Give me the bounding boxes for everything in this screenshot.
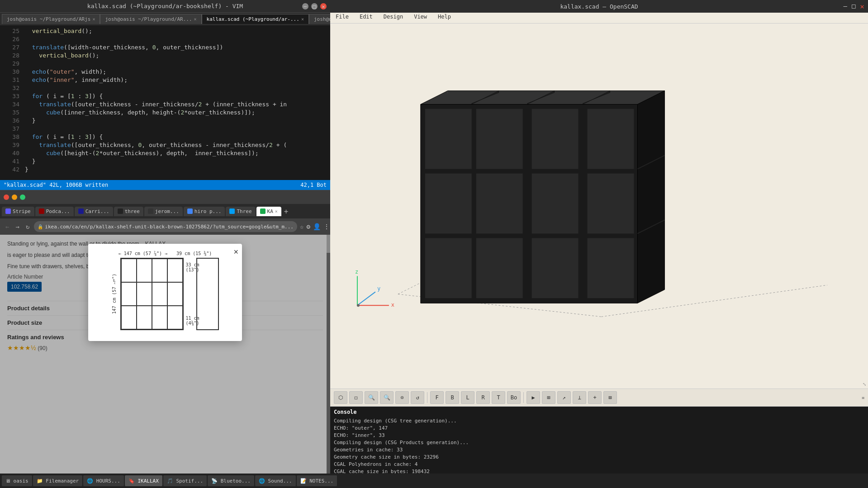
code-line-42: 42 }: [0, 166, 330, 174]
tool-crosshair[interactable]: +: [588, 391, 602, 404]
console-collapse-icon[interactable]: ≡: [862, 395, 864, 400]
tool-perspective[interactable]: ⬡: [334, 391, 347, 404]
menu-help[interactable]: Help: [432, 13, 456, 23]
code-line-33: 33 for ( i = [1 : 3]) {: [0, 92, 330, 100]
vim-tab-2-close[interactable]: ×: [194, 17, 197, 22]
tool-render-preview[interactable]: ▶: [526, 391, 540, 404]
vim-tab-3[interactable]: kallax.scad (~Playground/ar-... ×: [202, 14, 309, 24]
vim-close-icon[interactable]: ×: [320, 3, 327, 9]
taskbar-filemanager[interactable]: 📁 Filemanager: [33, 475, 82, 486]
shelf-cell: [121, 306, 137, 329]
menu-file[interactable]: File: [330, 13, 354, 23]
menu-icon[interactable]: ⋮: [323, 223, 330, 230]
browser-tab-github[interactable]: jerom...: [144, 207, 183, 216]
tool-measure[interactable]: ⊥: [573, 391, 586, 404]
tool-zoom-in[interactable]: 🔍: [365, 391, 378, 404]
menu-design[interactable]: Design: [378, 13, 408, 23]
three-tab-icon: [118, 208, 123, 214]
dim-depth: 33 cm (13"): [186, 262, 211, 272]
code-line-35: 35 cube([inner_thickness, depth, height-…: [0, 109, 330, 117]
shelf-cell: [121, 282, 137, 306]
vim-tab-3-close[interactable]: ×: [301, 17, 304, 22]
shelf-cell: [167, 282, 183, 306]
browser-tab-hiro[interactable]: hiro p...: [184, 207, 225, 216]
taskbar-kallax[interactable]: 🔖 IKALLAX: [125, 475, 162, 486]
tool-view-back[interactable]: B: [446, 391, 459, 404]
vim-tab-1[interactable]: josh@oasis ~/Playground/ARjs ×: [2, 14, 100, 24]
tool-rotate-reset[interactable]: ↺: [411, 391, 424, 404]
vim-maximize-icon[interactable]: □: [311, 3, 318, 9]
browser-minimize-icon[interactable]: [12, 194, 17, 200]
browser-tab-bar: Stripe Podca... Carri... three jerom...: [0, 204, 330, 218]
avatar-icon[interactable]: 👤: [313, 223, 321, 230]
github-icon: [148, 208, 153, 214]
vim-tab-1-close[interactable]: ×: [92, 17, 95, 22]
tool-zoom-fit[interactable]: ⊙: [395, 391, 409, 404]
tool-view-left[interactable]: L: [461, 391, 474, 404]
browser-tab-add[interactable]: +: [282, 207, 290, 216]
svg-marker-25: [637, 91, 664, 303]
vim-title: kallax.scad (~Playground/ar-bookshelf) -…: [87, 3, 243, 9]
code-line-36: 36 }: [0, 117, 330, 125]
svg-rect-14: [588, 109, 634, 169]
browser-tab-carri[interactable]: Carri...: [75, 207, 113, 216]
bookmark-icon[interactable]: ☆: [300, 223, 304, 230]
tool-view-front[interactable]: F: [430, 391, 444, 404]
back-button[interactable]: ←: [4, 222, 11, 231]
taskbar-bluetooth[interactable]: 📡 Bluetoo...: [208, 475, 254, 486]
dim-side: 147 cm (57 ⅞"): [112, 274, 117, 314]
browser-scrollbar-thumb[interactable]: [327, 235, 330, 253]
code-line-41: 41 }: [0, 157, 330, 166]
extensions-icon[interactable]: ⚙: [306, 223, 310, 230]
forward-button[interactable]: →: [14, 222, 21, 231]
openscad-viewport[interactable]: x z y: [330, 24, 868, 389]
taskbar-oasis[interactable]: 🖥 oasis: [2, 475, 32, 486]
address-bar[interactable]: 🔒 ikea.com/ca/en/p/kallax-shelf-unit-bla…: [34, 221, 297, 232]
code-line-30: 30 echo("outer", width);: [0, 68, 330, 76]
browser-content: Standing or lying, against the wall or t…: [0, 235, 330, 488]
browser-tab-ka[interactable]: KA ×: [256, 207, 281, 216]
ka-icon: [260, 208, 266, 214]
browser-close-icon[interactable]: [4, 194, 9, 200]
popup-content: ← 147 cm (57 ⅞") → 39 cm (15 ⅜") 147 cm …: [88, 244, 242, 341]
browser-tab-threejs[interactable]: Three: [226, 207, 255, 216]
tool-view-bottom[interactable]: Bo: [507, 391, 521, 404]
tool-view-top[interactable]: T: [492, 391, 505, 404]
browser-tab-stripe[interactable]: Stripe: [2, 207, 34, 216]
taskbar-sound[interactable]: 🌐 Sound...: [255, 475, 296, 486]
menu-view[interactable]: View: [408, 13, 432, 23]
svg-rect-20: [476, 238, 523, 298]
tool-grid[interactable]: ⊞: [603, 391, 617, 404]
svg-rect-22: [588, 238, 634, 298]
browser-actions: ☆ ⚙ 👤 ⋮: [300, 223, 330, 230]
taskbar-hours[interactable]: 🌐 HOURS...: [83, 475, 124, 486]
browser-tab-podca[interactable]: Podca...: [35, 207, 74, 216]
svg-rect-17: [532, 174, 579, 234]
taskbar-spotify[interactable]: 🎵 Spotif...: [163, 475, 207, 486]
browser-scrollbar[interactable]: [327, 235, 330, 488]
code-line-29: 29: [0, 60, 330, 68]
shelf-cell: [152, 259, 167, 282]
openscad-maximize-icon[interactable]: □: [852, 2, 855, 11]
taskbar-notes[interactable]: 📝 NOTES...: [297, 475, 337, 486]
tool-view-right[interactable]: R: [476, 391, 490, 404]
browser-tab-ka-close[interactable]: ×: [275, 209, 278, 214]
code-line-32: 32: [0, 84, 330, 92]
console-line-5: Geometries in cache: 33: [334, 446, 864, 454]
openscad-minimize-icon[interactable]: —: [843, 2, 847, 11]
tool-export[interactable]: ↗: [557, 391, 571, 404]
svg-rect-19: [425, 238, 472, 298]
refresh-button[interactable]: ↻: [24, 222, 31, 231]
browser-tab-three[interactable]: three: [114, 207, 143, 216]
tool-render-full[interactable]: ⊞: [542, 391, 555, 404]
vim-minimize-icon[interactable]: −: [302, 3, 308, 9]
tool-zoom-out[interactable]: 🔍: [380, 391, 394, 404]
browser-maximize-icon[interactable]: [20, 194, 25, 200]
popup-close-button[interactable]: ×: [233, 247, 238, 257]
vim-code-area[interactable]: 25 vertical_board(); 26 27 translate([wi…: [0, 25, 330, 180]
shelf-cell: [121, 259, 137, 282]
tool-orthographic[interactable]: ◻: [349, 391, 363, 404]
menu-edit[interactable]: Edit: [354, 13, 378, 23]
openscad-close-icon[interactable]: ×: [860, 2, 864, 11]
vim-tab-2[interactable]: josh@oasis ~/Playground/AR... ×: [100, 14, 201, 24]
